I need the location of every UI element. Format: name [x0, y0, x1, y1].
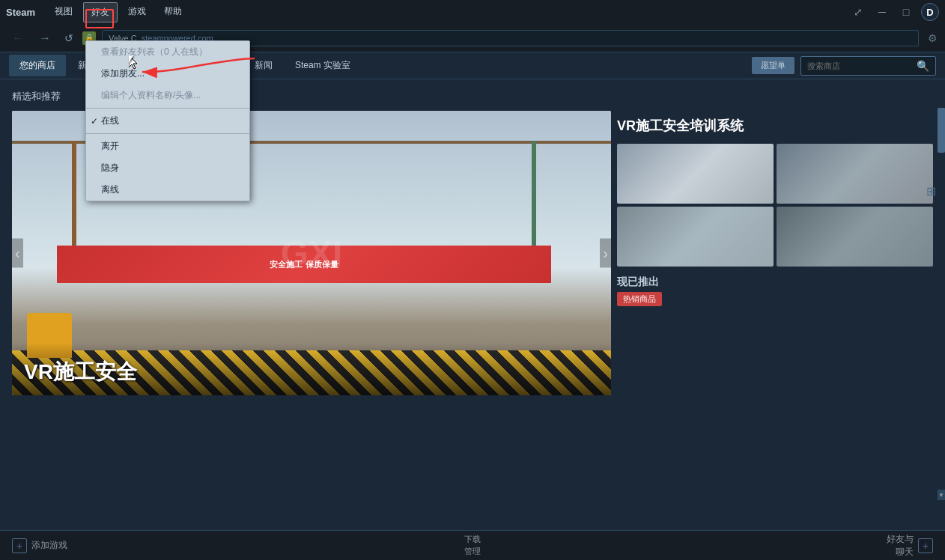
friends-chat-button[interactable]: 好友与 聊天 + [887, 533, 933, 559]
search-box: 🔍 [800, 56, 936, 76]
user-avatar[interactable]: D [921, 3, 939, 21]
hero-prev-button[interactable]: ‹ [12, 239, 23, 268]
dropdown-status-offline[interactable]: 离线 [86, 179, 249, 201]
store-search-area: 愿望单 🔍 [752, 56, 936, 76]
grid-view-icon[interactable]: ⊞ [926, 184, 936, 198]
tab-your-store[interactable]: 您的商店 [9, 55, 66, 76]
hot-badge: 热销商品 [617, 292, 662, 306]
expand-button[interactable]: ⤢ [849, 4, 867, 19]
scrollbar-thumb[interactable] [938, 108, 945, 153]
nav-settings-icon[interactable]: ⚙ [928, 32, 938, 44]
tab-steam-labs[interactable]: Steam 实验室 [285, 55, 361, 76]
dropdown-divider-1 [86, 108, 249, 109]
menu-friends[interactable]: 好友 [83, 2, 118, 22]
hero-release-title: 现已推出 [617, 276, 933, 289]
minimize-button[interactable]: ─ [873, 4, 891, 19]
watermark: GXI [281, 233, 343, 274]
refresh-button[interactable]: ↺ [61, 29, 76, 47]
titlebar-right: ⤢ ─ □ D [849, 3, 939, 21]
download-label: 下载 [464, 534, 481, 545]
menu-view[interactable]: 视图 [47, 2, 80, 22]
thumbnail-1[interactable] [617, 144, 774, 204]
dropdown-edit-profile[interactable]: 编辑个人资料名称/头像... [86, 85, 249, 106]
download-manager-button[interactable]: 下载 管理 [464, 534, 481, 557]
title-nav: 视图 好友 游戏 帮助 [47, 2, 189, 22]
hero-title-cn: VR施工安全 [24, 358, 599, 386]
add-game-button[interactable]: + 添加游戏 [12, 538, 67, 553]
search-input[interactable] [807, 61, 912, 70]
hero-thumbnails [617, 144, 933, 267]
dropdown-status-online[interactable]: ✓ 在线 [86, 110, 249, 132]
friends-label: 好友与 [887, 533, 914, 546]
hero-sidebar: VR施工安全培训系统 现已推出 热销商品 [617, 111, 933, 395]
maximize-button[interactable]: □ [897, 4, 915, 19]
dropdown-status-away[interactable]: 离开 [86, 136, 249, 157]
friends-dropdown-menu: 查看好友列表（0 人在线） 添加朋友... 编辑个人资料名称/头像... ✓ 在… [85, 40, 250, 201]
dropdown-status-invisible[interactable]: 隐身 [86, 157, 249, 179]
titlebar: Steam 视图 好友 游戏 帮助 ⤢ ─ □ D [0, 0, 945, 24]
friends-chat-icon: + [918, 538, 933, 553]
back-button[interactable]: ← [7, 28, 28, 48]
menu-games[interactable]: 游戏 [121, 2, 154, 22]
hero-product-title: VR施工安全培训系统 [617, 111, 933, 141]
thumbnail-2[interactable] [777, 144, 933, 204]
menu-help[interactable]: 帮助 [157, 2, 189, 22]
search-icon[interactable]: 🔍 [917, 60, 929, 72]
dropdown-view-friends[interactable]: 查看好友列表（0 人在线） [86, 41, 249, 63]
add-game-label: 添加游戏 [31, 539, 67, 552]
thumbnail-4[interactable] [777, 207, 933, 267]
manage-label: 管理 [464, 546, 481, 557]
crane-beam-2 [532, 141, 536, 261]
dropdown-add-friend[interactable]: 添加朋友... [86, 63, 249, 85]
chat-label: 聊天 [887, 546, 914, 559]
scrollbar-track: ▲ ▼ [938, 108, 945, 500]
thumbnail-3[interactable] [617, 207, 774, 267]
scrollbar-down-button[interactable]: ▼ [938, 490, 945, 500]
add-game-icon: + [12, 538, 27, 553]
dropdown-divider-2 [86, 133, 249, 134]
wishlist-button[interactable]: 愿望单 [752, 57, 794, 74]
titlebar-left: Steam 视图 好友 游戏 帮助 [6, 2, 189, 22]
steam-logo: Steam [6, 7, 35, 18]
bottom-bar: + 添加游戏 下载 管理 好友与 聊天 + [0, 530, 945, 560]
hero-release-info: 现已推出 热销商品 [617, 270, 933, 309]
hero-label: VR施工安全 [12, 343, 611, 395]
forward-button[interactable]: → [34, 28, 55, 48]
hero-next-button[interactable]: › [600, 239, 611, 268]
